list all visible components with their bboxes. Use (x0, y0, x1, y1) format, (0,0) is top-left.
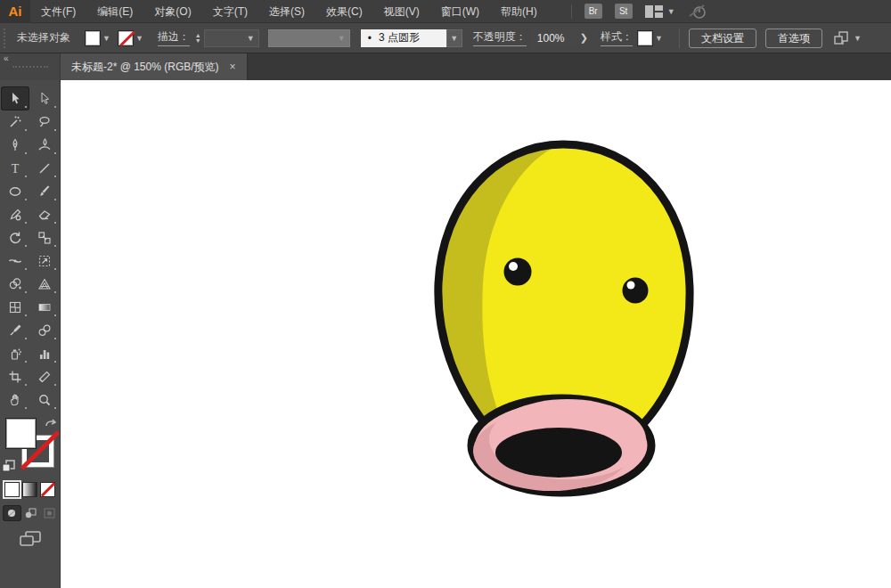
flyout-indicator (54, 222, 56, 224)
flyout-indicator (54, 106, 56, 108)
flyout-indicator (25, 106, 27, 108)
stroke-swatch-none[interactable] (118, 30, 134, 46)
menu-item-1[interactable]: 编辑(E) (86, 0, 143, 23)
eyedropper-icon (8, 323, 22, 338)
tools-panel: T (0, 80, 61, 588)
style-control[interactable]: ▼ (637, 30, 663, 46)
tool-perspective-grid[interactable] (31, 273, 58, 295)
tool-magic-wand[interactable] (2, 110, 29, 133)
lasso-icon (37, 115, 52, 129)
collapse-panel-button[interactable]: « (4, 53, 9, 63)
panel-drag-handle[interactable] (12, 66, 48, 68)
document-setup-button[interactable]: 文档设置 (689, 29, 756, 48)
tool-mesh[interactable] (2, 296, 29, 318)
slice-icon (37, 370, 52, 384)
tool-blend[interactable] (31, 319, 58, 341)
flyout-indicator (54, 291, 56, 293)
gradient-button[interactable] (22, 482, 37, 497)
tool-ellipse[interactable] (2, 180, 29, 202)
fill-indicator[interactable] (5, 418, 37, 449)
flyout-indicator (25, 407, 27, 409)
opacity-label[interactable]: 不透明度： (473, 29, 527, 46)
tool-gradient[interactable] (31, 296, 58, 318)
tool-zoom[interactable] (31, 388, 58, 411)
svg-text:T: T (11, 161, 19, 175)
workspace-switcher[interactable]: ▼ (645, 5, 675, 18)
stroke-weight-stepper[interactable]: ▲▼ (195, 33, 201, 44)
style-label[interactable]: 样式： (601, 29, 633, 46)
tool-shaper[interactable] (2, 203, 29, 225)
stroke-weight-dropdown[interactable]: ▼ (204, 29, 259, 47)
tool-slice[interactable] (31, 365, 58, 388)
tool-paintbrush[interactable] (31, 180, 58, 202)
default-fill-stroke-icon[interactable] (2, 460, 16, 473)
draw-normal-button[interactable] (4, 506, 20, 520)
menu-item-6[interactable]: 视图(V) (373, 0, 430, 23)
brush-dropdown-button[interactable]: ▼ (446, 29, 462, 47)
tool-pen[interactable] (2, 134, 29, 156)
tool-free-transform[interactable] (31, 249, 58, 272)
opacity-input[interactable]: 100% (532, 29, 576, 47)
tool-column-graph[interactable] (31, 342, 58, 364)
menu-item-8[interactable]: 帮助(H) (490, 0, 548, 23)
fill-swatch[interactable] (85, 30, 101, 46)
stroke-color-control[interactable]: ▼ (118, 30, 143, 46)
none-button[interactable] (40, 482, 55, 497)
preferences-button[interactable]: 首选项 (765, 29, 822, 48)
close-tab-icon[interactable]: × (230, 61, 236, 73)
artboard-canvas[interactable] (61, 80, 891, 588)
fill-color-control[interactable]: ▼ (85, 30, 110, 46)
bridge-button[interactable]: Br (584, 4, 602, 19)
tool-hand[interactable] (2, 388, 29, 411)
chevron-down-icon: ▼ (655, 34, 663, 43)
draw-behind-button[interactable] (22, 506, 39, 520)
tool-scale[interactable] (31, 226, 58, 249)
flyout-indicator (54, 361, 56, 363)
tool-eyedropper[interactable] (2, 319, 29, 341)
color-button[interactable] (4, 482, 20, 497)
menu-item-0[interactable]: 文件(F) (30, 0, 86, 23)
artwork-duck[interactable] (61, 80, 891, 588)
stroke-weight-label[interactable]: 描边： (158, 29, 190, 46)
tool-symbol-sprayer[interactable] (2, 342, 29, 364)
tool-rotate[interactable] (2, 226, 29, 249)
right-eye (623, 278, 649, 304)
flyout-indicator (25, 129, 27, 131)
document-tab[interactable]: 未标题-2* @ 150% (RGB/预览) × (61, 53, 248, 80)
control-panel-menu[interactable]: ▼ (833, 31, 862, 45)
artboard-icon (8, 370, 22, 384)
swap-fill-stroke-icon[interactable] (45, 418, 57, 429)
menu-item-5[interactable]: 效果(C) (315, 0, 373, 23)
menu-item-3[interactable]: 文字(T) (202, 0, 258, 23)
tool-eraser[interactable] (31, 203, 58, 225)
tool-shape-builder[interactable] (2, 273, 29, 295)
style-swatch[interactable] (637, 30, 653, 46)
tool-direct-selection[interactable] (31, 87, 58, 110)
separator (571, 4, 572, 19)
flyout-indicator (25, 291, 27, 293)
menu-item-2[interactable]: 对象(O) (143, 0, 201, 23)
tool-line-segment[interactable] (31, 157, 58, 179)
screen-mode-button[interactable] (19, 531, 42, 547)
illustrator-logo: Ai (0, 0, 30, 23)
chevron-down-icon: ▼ (667, 7, 675, 16)
column-graph-icon (37, 347, 52, 361)
tool-curvature[interactable] (31, 134, 58, 156)
panel-grip (4, 29, 8, 48)
fill-stroke-indicator (2, 416, 59, 475)
left-eye (504, 258, 532, 286)
menu-item-7[interactable]: 窗口(W) (430, 0, 490, 23)
tool-type[interactable]: T (2, 157, 29, 179)
panel-switch-icon (833, 31, 849, 45)
variable-width-profile-value[interactable]: • 3 点圆形 (361, 29, 446, 47)
stock-button[interactable]: St (615, 4, 633, 19)
menu-item-4[interactable]: 选择(S) (258, 0, 315, 23)
bullet-icon: • (368, 32, 372, 45)
tool-width[interactable] (2, 249, 29, 272)
tool-artboard[interactable] (2, 365, 29, 388)
hand-icon (8, 393, 22, 407)
sync-disabled-icon[interactable] (688, 4, 707, 20)
tool-selection[interactable] (2, 87, 29, 110)
chevron-right-icon[interactable]: ❯ (580, 32, 588, 44)
tool-lasso[interactable] (31, 110, 58, 133)
